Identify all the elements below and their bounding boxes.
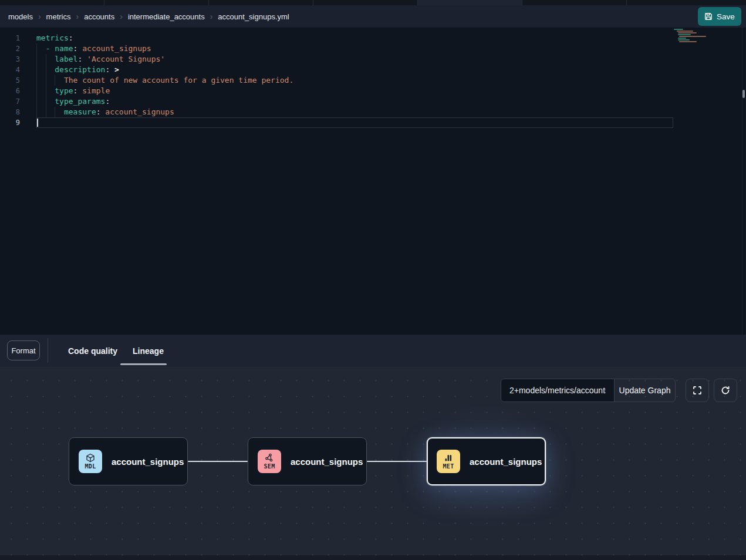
code-line[interactable]: 5 The count of new accounts for a given … [0, 75, 746, 86]
update-graph-button[interactable]: Update Graph [614, 379, 675, 402]
code-lines: 1 metrics: 2 - name: account_signups 3 l… [0, 33, 746, 128]
breadcrumb-bar: models › metrics › accounts › intermedia… [0, 5, 746, 28]
editor-tab[interactable] [209, 0, 313, 5]
node-label: account_signups [470, 457, 542, 467]
tab-code-quality[interactable]: Code quality [60, 346, 125, 356]
line-number: 5 [0, 75, 20, 86]
yaml-value: account_signups [101, 107, 174, 116]
active-tab-indicator [120, 363, 167, 365]
yaml-value: simple [77, 86, 110, 95]
fullscreen-button[interactable] [686, 379, 709, 402]
editor-tab[interactable] [313, 0, 418, 5]
indent-guide [36, 54, 46, 65]
save-button-label: Save [717, 12, 735, 21]
node-label: account_signups [291, 457, 363, 467]
code-line[interactable]: 8 measure: account_signups [0, 107, 746, 117]
line-number: 1 [0, 33, 20, 43]
line-number: 8 [0, 107, 20, 117]
indent-guide [46, 86, 55, 96]
code-line[interactable]: 7 type_params: [0, 96, 746, 107]
model-badge: MDL [79, 450, 102, 473]
save-button[interactable]: Save [698, 7, 741, 26]
breadcrumb-item-accounts[interactable]: accounts [84, 12, 114, 21]
editor-tabstrip [0, 0, 746, 5]
yaml-colon: : [69, 33, 73, 42]
editor-tab[interactable] [522, 0, 627, 5]
minimap-line [678, 38, 686, 39]
yaml-colon: : [96, 107, 101, 116]
canvas-bottom-shade [0, 555, 746, 560]
code-line[interactable]: 3 label: 'Account Signups' [0, 54, 746, 65]
indent-guide [46, 96, 55, 107]
line-number: 6 [0, 86, 20, 96]
format-button[interactable]: Format [7, 340, 40, 360]
yaml-value: account_signups [77, 44, 151, 53]
yaml-colon: : [105, 97, 110, 106]
yaml-key: type [55, 86, 73, 95]
indent-guide [36, 43, 46, 54]
line-number: 2 [0, 43, 20, 54]
chevron-right-icon: › [120, 12, 123, 21]
breadcrumb-item-intermediate-accounts[interactable]: intermediate_accounts [128, 12, 205, 21]
breadcrumb-item-filename[interactable]: account_signups.yml [218, 12, 289, 21]
divider [48, 338, 48, 363]
editor-tab[interactable] [627, 0, 746, 5]
editor-scrollbar[interactable] [742, 28, 745, 335]
breadcrumb: models › metrics › accounts › intermedia… [8, 12, 289, 21]
chevron-right-icon: › [76, 12, 79, 21]
code-line[interactable]: 2 - name: account_signups [0, 43, 746, 54]
text-cursor [37, 119, 38, 127]
indent-guide [46, 75, 55, 86]
minimap-line [678, 34, 691, 35]
line-number: 4 [0, 65, 20, 75]
cube-icon [86, 453, 95, 463]
refresh-button[interactable] [714, 379, 737, 402]
code-line-current[interactable]: 9 [0, 117, 746, 128]
minimap-line [677, 31, 693, 32]
panel-tabs: Code quality Lineage [60, 335, 171, 367]
floppy-disk-icon [704, 12, 713, 21]
lineage-node-model[interactable]: MDL account_signups [69, 437, 188, 485]
refresh-icon [721, 386, 730, 395]
line-number: 9 [0, 117, 20, 128]
code-line[interactable]: 6 type: simple [0, 86, 746, 96]
indent-guide [46, 54, 55, 65]
yaml-block-scalar: > [110, 65, 119, 74]
indent-guide [46, 107, 55, 117]
breadcrumb-item-models[interactable]: models [8, 12, 33, 21]
indent-guide [55, 75, 64, 86]
model-badge-label: MDL [85, 463, 96, 470]
editor-tab-active[interactable] [418, 0, 522, 5]
semantic-model-badge: SEM [258, 450, 281, 473]
minimap-line [678, 39, 690, 41]
lineage-selector-input[interactable] [501, 379, 614, 402]
indent-guide [36, 86, 46, 96]
chevron-right-icon: › [210, 12, 213, 21]
indent-guide [46, 65, 55, 75]
indent-guide [55, 107, 64, 117]
indent-guide [36, 65, 46, 75]
lineage-canvas[interactable]: Update Graph MDL account_signups SEM acc [0, 367, 746, 560]
editor-tab[interactable] [0, 0, 104, 5]
yaml-key: description [55, 65, 105, 74]
tab-lineage[interactable]: Lineage [125, 346, 171, 356]
minimap-line [679, 36, 706, 37]
code-editor[interactable]: 1 metrics: 2 - name: account_signups 3 l… [0, 28, 746, 335]
bottom-panel-header: Format Code quality Lineage [0, 335, 746, 367]
editor-tab[interactable] [104, 0, 209, 5]
code-line[interactable]: 4 description: > [0, 65, 746, 75]
breadcrumb-item-metrics[interactable]: metrics [46, 12, 71, 21]
semantic-model-badge-label: SEM [264, 463, 275, 470]
selector-group: Update Graph [501, 379, 676, 402]
semantic-network-icon [265, 453, 274, 463]
code-line[interactable]: 1 metrics: [0, 33, 746, 43]
lineage-node-metric-selected[interactable]: MET account_signups [427, 437, 546, 485]
scrollbar-thumb[interactable] [742, 90, 745, 98]
minimap-line [679, 41, 697, 42]
line-number: 7 [0, 96, 20, 107]
lineage-node-semantic-model[interactable]: SEM account_signups [248, 437, 367, 485]
lineage-controls: Update Graph [501, 379, 737, 402]
minimap[interactable] [674, 29, 710, 43]
yaml-key: label [55, 55, 77, 63]
yaml-key: type_params [55, 97, 105, 106]
